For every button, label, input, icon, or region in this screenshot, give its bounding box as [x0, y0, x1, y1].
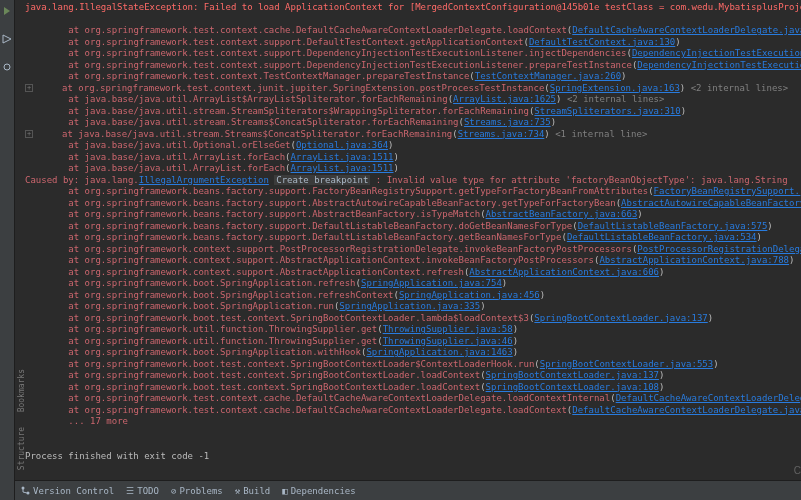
run-tool-icon[interactable]	[0, 4, 14, 18]
source-link[interactable]: DefaultCacheAwareContextLoaderDelegate.j…	[572, 25, 801, 35]
todo-tab[interactable]: ☰TODO	[126, 486, 159, 496]
source-link[interactable]: ArrayList.java:1511	[291, 152, 394, 162]
dependencies-tab[interactable]: ◧Dependencies	[282, 486, 355, 496]
source-link[interactable]: TestContextManager.java:260	[475, 71, 621, 81]
stack-frame: at org.springframework.test.context.supp…	[25, 60, 801, 72]
bottom-toolbar: Version Control ☰TODO ⊘Problems ⚒Build ◧…	[15, 480, 801, 500]
source-link[interactable]: DefaultListableBeanFactory.java:534	[567, 232, 757, 242]
stack-frame: at org.springframework.context.support.A…	[25, 255, 801, 267]
stack-frame: at org.springframework.boot.test.context…	[25, 359, 801, 371]
source-link[interactable]: Streams.java:735	[464, 117, 551, 127]
source-link[interactable]: SpringApplication.java:1463	[366, 347, 512, 357]
source-link[interactable]: SpringApplication.java:335	[339, 301, 480, 311]
stack-frame: at java.base/java.util.ArrayList.forEach…	[25, 152, 801, 164]
source-link[interactable]: DependencyInjectionTestExecutionListener…	[637, 60, 801, 70]
stack-frame: at java.base/java.util.stream.StreamSpli…	[25, 106, 801, 118]
stack-frame: at java.base/java.util.stream.Streams$Co…	[25, 117, 801, 129]
stack-frame: at org.springframework.util.function.Thr…	[25, 324, 801, 336]
source-link[interactable]: ThrowingSupplier.java:46	[383, 336, 513, 346]
stack-frame: at org.springframework.boot.SpringApplic…	[25, 301, 801, 313]
source-link[interactable]: AbstractApplicationContext.java:788	[599, 255, 789, 265]
stack-frame: at org.springframework.beans.factory.sup…	[25, 186, 801, 198]
source-link[interactable]: DefaultListableBeanFactory.java:575	[578, 221, 768, 231]
source-link[interactable]: ArrayList.java:1625	[453, 94, 556, 104]
build-tab[interactable]: ⚒Build	[235, 486, 271, 496]
source-link[interactable]: SpringApplication.java:754	[361, 278, 502, 288]
stack-frame: at org.springframework.beans.factory.sup…	[25, 209, 801, 221]
main-area: java.lang.IllegalStateException: Failed …	[15, 0, 801, 500]
caused-message: : Invalid value type for attribute 'fact…	[376, 175, 788, 185]
source-link[interactable]: DependencyInjectionTestExecutionListener…	[632, 48, 801, 58]
source-link[interactable]: AbstractBeanFactory.java:663	[486, 209, 638, 219]
stack-frame: at java.base/java.util.ArrayList.forEach…	[25, 163, 801, 175]
source-link[interactable]: StreamSpliterators.java:310	[534, 106, 680, 116]
source-link[interactable]: ArrayList.java:1511	[291, 163, 394, 173]
stack-frame: at org.springframework.util.function.Thr…	[25, 336, 801, 348]
stack-frame: at java.base/java.util.Optional.orElseGe…	[25, 140, 801, 152]
source-link[interactable]: SpringBootContextLoader.java:137	[486, 370, 659, 380]
stack-frame: at org.springframework.boot.SpringApplic…	[25, 290, 801, 302]
fold-icon[interactable]: +	[25, 130, 33, 138]
stack-frame: at org.springframework.context.support.A…	[25, 267, 801, 279]
source-link[interactable]: DefaultCacheAwareContextLoaderDelegate.j…	[616, 393, 801, 403]
stack-frame: at java.base/java.util.ArrayList$ArrayLi…	[25, 94, 801, 106]
stack-frame: at org.springframework.test.context.cach…	[25, 25, 801, 37]
console-output[interactable]: java.lang.IllegalStateException: Failed …	[15, 0, 801, 480]
stack-frame: at org.springframework.test.context.cach…	[25, 405, 801, 417]
source-link[interactable]: SpringApplication.java:456	[399, 290, 540, 300]
create-breakpoint-button[interactable]: Create breakpoint	[274, 175, 370, 185]
fold-icon[interactable]: +	[25, 84, 33, 92]
source-link[interactable]: SpringExtension.java:163	[550, 83, 680, 93]
svg-point-0	[4, 64, 10, 70]
source-link[interactable]: AbstractApplicationContext.java:606	[469, 267, 659, 277]
stack-frame: at org.springframework.boot.SpringApplic…	[25, 347, 801, 359]
stack-frame: at org.springframework.beans.factory.sup…	[25, 198, 801, 210]
stack-frame: at org.springframework.boot.test.context…	[25, 313, 801, 325]
source-link[interactable]: AbstractAutowireCapableBeanFactory.java:…	[621, 198, 801, 208]
tool-sidebar	[0, 0, 15, 500]
source-link[interactable]: SpringBootContextLoader.java:553	[540, 359, 713, 369]
source-link[interactable]: ThrowingSupplier.java:58	[383, 324, 513, 334]
debug-tool-icon[interactable]	[0, 32, 14, 46]
stack-frame: + at org.springframework.test.context.ju…	[25, 83, 801, 95]
source-link[interactable]: DefaultCacheAwareContextLoaderDelegate.j…	[572, 405, 801, 415]
exception-header: java.lang.IllegalStateException: Failed …	[25, 2, 801, 14]
source-link[interactable]: SpringBootContextLoader.java:108	[486, 382, 659, 392]
stack-more: ... 17 more	[25, 416, 801, 428]
source-link[interactable]: DefaultTestContext.java:130	[529, 37, 675, 47]
stack-frame: at org.springframework.test.context.supp…	[25, 48, 801, 60]
source-link[interactable]: PostProcessorRegistrationDelegate.java:1…	[637, 244, 801, 254]
source-link[interactable]: Optional.java:364	[296, 140, 388, 150]
caused-exception-link[interactable]: IllegalArgumentException	[139, 175, 269, 185]
stack-frame: at org.springframework.test.context.supp…	[25, 37, 801, 49]
stack-frame: at org.springframework.beans.factory.sup…	[25, 232, 801, 244]
settings-tool-icon[interactable]	[0, 60, 14, 74]
source-link[interactable]: FactoryBeanRegistrySupport.java:86	[654, 186, 801, 196]
caused-by-label: Caused by: java.lang.	[25, 175, 139, 185]
problems-tab[interactable]: ⊘Problems	[171, 486, 223, 496]
stack-frame: at org.springframework.boot.test.context…	[25, 382, 801, 394]
exit-message: Process finished with exit code -1	[25, 451, 801, 463]
watermark: CSDN @大哥，是是是我好	[794, 464, 801, 478]
source-link[interactable]: Streams.java:734	[458, 129, 545, 139]
stack-frame: + at java.base/java.util.stream.Streams$…	[25, 129, 801, 141]
vertical-tabs[interactable]: Structure Bookmarks	[17, 369, 26, 470]
stack-frame: at org.springframework.context.support.P…	[25, 244, 801, 256]
vcs-tab[interactable]: Version Control	[21, 486, 114, 496]
stack-frame: at org.springframework.test.context.cach…	[25, 393, 801, 405]
stack-frame: at org.springframework.boot.SpringApplic…	[25, 278, 801, 290]
stack-frame: at org.springframework.beans.factory.sup…	[25, 221, 801, 233]
stack-frame: at org.springframework.test.context.Test…	[25, 71, 801, 83]
stack-frame: at org.springframework.boot.test.context…	[25, 370, 801, 382]
source-link[interactable]: SpringBootContextLoader.java:137	[534, 313, 707, 323]
